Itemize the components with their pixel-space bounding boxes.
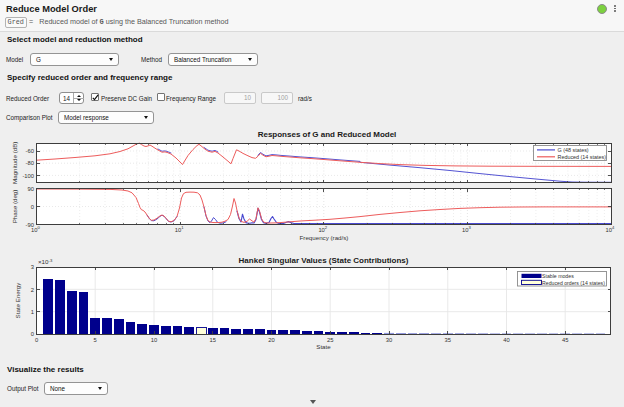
svg-text:30: 30 [386,337,392,343]
svg-text:40: 40 [503,337,509,343]
svg-text:Responses of G and Reduced Mod: Responses of G and Reduced Model [258,130,397,139]
svg-text:3: 3 [31,264,34,270]
svg-text:-60: -60 [26,148,34,154]
svg-text:0: 0 [31,204,34,210]
svg-text:State: State [316,343,331,350]
svg-text:101: 101 [175,225,184,233]
svg-text:Frequency (rad/s): Frequency (rad/s) [300,234,349,241]
svg-text:45: 45 [562,337,568,343]
svg-text:20: 20 [268,337,274,343]
svg-text:15: 15 [210,337,216,343]
svg-text:0: 0 [35,337,38,343]
svg-text:0: 0 [31,331,34,337]
svg-text:103: 103 [462,225,471,233]
svg-text:100: 100 [31,225,40,233]
svg-text:5: 5 [94,337,97,343]
svg-text:2: 2 [31,287,34,293]
svg-text:-100: -100 [22,173,34,179]
svg-text:102: 102 [318,225,327,233]
svg-text:Stable modes: Stable modes [542,273,574,279]
svg-text:1: 1 [31,309,34,315]
svg-text:90: 90 [28,186,34,192]
svg-text:Reduced (14 states): Reduced (14 states) [558,154,607,160]
svg-text:Phase (deg): Phase (deg) [11,190,18,224]
svg-text:State Energy: State Energy [14,282,21,319]
svg-text:10: 10 [151,337,157,343]
svg-text:Reduced orders (14 states): Reduced orders (14 states) [542,280,605,286]
svg-text:-80: -80 [26,160,34,166]
svg-text:G (48 states): G (48 states) [558,147,589,153]
svg-text:Magnitude (dB): Magnitude (dB) [11,142,18,184]
svg-text:×10-3: ×10-3 [38,258,53,266]
svg-text:Hankel Singular Values (State: Hankel Singular Values (State Contributi… [239,256,409,265]
svg-text:35: 35 [445,337,451,343]
svg-text:104: 104 [606,225,615,233]
